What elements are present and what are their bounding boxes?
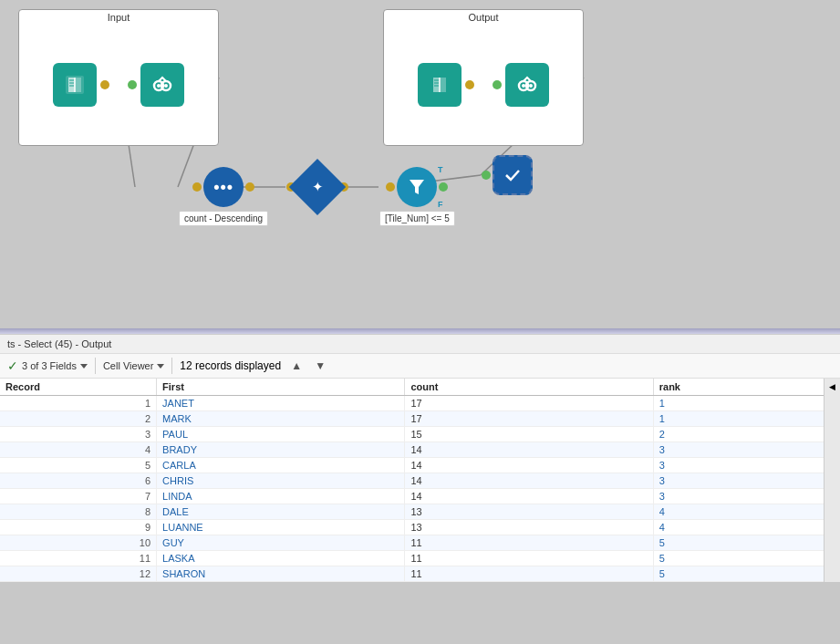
cell-count: 17 [405, 396, 653, 411]
cell-rank: 3 [653, 442, 839, 458]
output-browse-in [493, 80, 502, 89]
tile-node[interactable]: ✦ [286, 167, 348, 207]
table-row: 7 LINDA 14 3 [0, 489, 840, 504]
cell-first: MARK [157, 411, 405, 427]
filter-circle[interactable]: T F [397, 167, 437, 207]
col-header-rank[interactable]: rank [653, 379, 839, 396]
cell-first: CARLA [157, 458, 405, 473]
cell-count: 14 [405, 442, 653, 458]
cell-count: 17 [405, 411, 653, 427]
table-row: 11 LASKA 11 5 [0, 551, 840, 566]
cell-rank: 5 [653, 535, 839, 551]
output-node-box: Output [383, 9, 584, 146]
filter-node[interactable]: T F [Tile_Num] <= 5 [379, 167, 455, 226]
table-row: 2 MARK 17 1 [0, 411, 840, 427]
fields-label: 3 of 3 Fields [22, 360, 77, 371]
cell-first: JANET [157, 396, 405, 411]
input-browse-in [128, 80, 137, 89]
filter-tooltip: [Tile_Num] <= 5 [379, 211, 455, 226]
cell-count: 15 [405, 427, 653, 442]
cell-rank: 5 [653, 566, 839, 582]
table-row: 12 SHARON 11 5 [0, 566, 840, 582]
svg-marker-15 [410, 180, 424, 194]
cell-rank: 1 [653, 396, 839, 411]
sort-up-button[interactable]: ▲ [288, 358, 305, 374]
output-connector-out [465, 80, 474, 89]
viewer-chevron-icon [157, 364, 164, 369]
filter-in-connector [386, 182, 395, 192]
cell-record: 8 [0, 504, 157, 520]
records-label: 12 records displayed [180, 359, 281, 372]
sort-out-connector [245, 182, 254, 192]
table-row: 9 LUANNE 13 4 [0, 520, 840, 535]
toolbar-divider-2 [171, 358, 172, 374]
sort-circle[interactable]: ••• [203, 167, 244, 207]
table-row: 8 DALE 13 4 [0, 504, 840, 520]
cell-count: 11 [405, 566, 653, 582]
cell-first: LINDA [157, 489, 405, 504]
cell-rank: 3 [653, 489, 839, 504]
table-row: 4 BRADY 14 3 [0, 442, 840, 458]
cell-record: 11 [0, 551, 157, 566]
filter-out-t [439, 182, 448, 192]
cell-rank: 4 [653, 520, 839, 535]
output-node-label: Output [384, 10, 583, 25]
cell-record: 12 [0, 566, 157, 582]
cell-rank: 5 [653, 551, 839, 566]
input-connector-out [100, 80, 109, 89]
cell-first: BRADY [157, 442, 405, 458]
cell-first: GUY [157, 535, 405, 551]
sort-tooltip: count - Descending [179, 211, 268, 226]
svg-point-10 [164, 84, 168, 88]
cell-count: 11 [405, 551, 653, 566]
cell-record: 1 [0, 396, 157, 411]
col-header-count[interactable]: count [405, 379, 653, 396]
svg-point-14 [529, 84, 533, 88]
cell-count: 14 [405, 458, 653, 473]
expand-icon: ◀ [829, 382, 835, 391]
table-row: 5 CARLA 14 3 [0, 458, 840, 473]
output-check-node[interactable] [482, 155, 534, 195]
panel-expand-button[interactable]: ◀ [824, 379, 840, 582]
cell-count: 11 [405, 535, 653, 551]
cell-rank: 3 [653, 473, 839, 489]
cell-record: 5 [0, 458, 157, 473]
cell-record: 6 [0, 473, 157, 489]
fields-chevron-icon [80, 364, 88, 369]
data-table: Record First count rank 1 JANET 17 1 2 M… [0, 379, 840, 582]
cell-viewer-selector[interactable]: Cell Viewer [103, 360, 164, 371]
input-node-label: Input [19, 10, 218, 25]
table-body: 1 JANET 17 1 2 MARK 17 1 3 PAUL 15 2 4 B… [0, 396, 840, 582]
data-toolbar: ✓ 3 of 3 Fields Cell Viewer 12 records d… [0, 354, 840, 379]
check-in-connector [482, 171, 491, 180]
check-circle[interactable] [493, 155, 533, 195]
table-row: 1 JANET 17 1 [0, 396, 840, 411]
cell-record: 7 [0, 489, 157, 504]
cell-rank: 4 [653, 504, 839, 520]
table-row: 6 CHRIS 14 3 [0, 473, 840, 489]
cell-first: SHARON [157, 566, 405, 582]
input-browse-icon [140, 63, 184, 107]
cell-count: 14 [405, 473, 653, 489]
fields-check-icon: ✓ [7, 358, 18, 373]
output-book-icon [418, 63, 461, 107]
input-book-icon [53, 63, 97, 107]
table-row: 10 GUY 11 5 [0, 535, 840, 551]
tile-diamond[interactable]: ✦ [289, 159, 346, 215]
cell-rank: 2 [653, 427, 839, 442]
sort-in-connector [192, 182, 202, 192]
cell-record: 4 [0, 442, 157, 458]
output-browse-icon [505, 63, 549, 107]
cell-first: LUANNE [157, 520, 405, 535]
sort-node[interactable]: ••• count - Descending [179, 167, 268, 226]
table-header-row: Record First count rank [0, 379, 840, 396]
cell-record: 2 [0, 411, 157, 427]
cell-count: 13 [405, 520, 653, 535]
col-header-record[interactable]: Record [0, 379, 157, 396]
cell-first: PAUL [157, 427, 405, 442]
col-header-first[interactable]: First [157, 379, 405, 396]
cell-count: 14 [405, 489, 653, 504]
toolbar-divider-1 [95, 358, 96, 374]
fields-selector[interactable]: ✓ 3 of 3 Fields [7, 358, 88, 373]
sort-down-button[interactable]: ▼ [312, 358, 328, 374]
